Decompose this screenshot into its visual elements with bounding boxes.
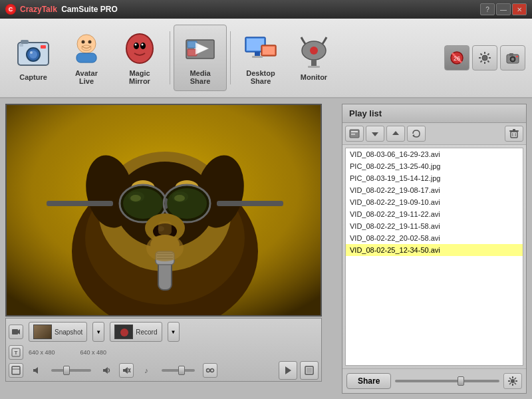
mic-slider[interactable]	[162, 369, 195, 372]
magic-mirror-label: MagicMirror	[129, 69, 150, 85]
svg-point-15	[135, 44, 137, 46]
svg-point-66	[130, 195, 141, 201]
record-size-label: 640 x 480	[80, 349, 107, 356]
svg-rect-20	[188, 49, 197, 56]
playlist-loop-button[interactable]	[407, 126, 426, 142]
minimize-button[interactable]: —	[496, 3, 511, 15]
svg-rect-27	[252, 56, 263, 58]
svg-rect-11	[76, 53, 96, 63]
svg-rect-107	[511, 132, 517, 138]
bottom-controls: Snapshot ▼ Record ▼	[5, 318, 322, 382]
playlist-add-button[interactable]	[345, 126, 364, 142]
playlist-delete-button[interactable]	[505, 126, 523, 142]
volume-up-icon	[99, 363, 114, 378]
playlist-item[interactable]: VID_08-02-22_20-02-58.avi	[346, 232, 523, 244]
help-button[interactable]: ?	[480, 3, 495, 15]
svg-text:♪: ♪	[144, 366, 148, 374]
svg-rect-5	[41, 45, 46, 49]
desktop-share-label: DesktopShare	[246, 69, 275, 85]
svg-rect-81	[12, 329, 18, 334]
svg-rect-47	[509, 53, 513, 56]
playlist-item[interactable]: VID_08-02-22_19-11-58.avi	[346, 220, 523, 232]
record-thumb	[114, 325, 133, 339]
camera-button[interactable]	[500, 45, 525, 70]
svg-rect-30	[311, 60, 317, 66]
playlist-item[interactable]: PIC_08-02-25_13-25-40.jpg	[346, 160, 523, 172]
svg-rect-19	[188, 41, 197, 48]
playlist-item[interactable]: PIC_08-03-19_15-14-12.jpg	[346, 172, 523, 184]
toolbar-item-desktop-share[interactable]: DesktopShare	[234, 25, 287, 91]
playlist-item[interactable]: VID_08-02-22_19-11-22.avi	[346, 208, 523, 220]
monitor-icon	[296, 35, 332, 70]
playlist-item[interactable]: VID_08-02-25_12-34-50.avi	[346, 244, 523, 256]
svg-point-65	[167, 188, 207, 219]
playlist-item[interactable]: VID_08-03-06_16-29-23.avi	[346, 148, 523, 160]
svg-point-67	[174, 195, 185, 201]
record-off-button[interactable]: 26	[444, 45, 469, 70]
desktop-share-icon	[243, 31, 279, 66]
video-toggle-button[interactable]	[9, 325, 23, 339]
snapshot-button[interactable]: Snapshot	[29, 322, 87, 342]
playlist-item[interactable]: VID_08-02-22_19-08-17.avi	[346, 184, 523, 196]
title-bar: C CrazyTalk CamSuite PRO ? — ✕	[0, 0, 532, 19]
volume-slider[interactable]	[51, 369, 91, 372]
monitor-label: Monitor	[301, 73, 327, 81]
svg-point-16	[142, 44, 144, 46]
volume-down-icon	[29, 363, 43, 378]
svg-marker-106	[412, 134, 414, 137]
app-suite: CamSuite PRO	[61, 5, 118, 14]
text-overlay-button[interactable]: T	[9, 345, 23, 360]
video-frame	[5, 104, 322, 317]
svg-text:T: T	[15, 350, 18, 356]
svg-text:26: 26	[454, 55, 460, 62]
mute-button[interactable]	[119, 363, 134, 378]
controls-row2: T 640 x 480 640 x 480	[9, 345, 319, 360]
share-button[interactable]: Share	[346, 373, 391, 389]
media-share-label: MediaShare	[190, 69, 210, 85]
playlist-list[interactable]: VID_08-03-06_16-29-23.aviPIC_08-02-25_13…	[345, 148, 523, 366]
toolbar-divider-1	[170, 31, 170, 84]
svg-point-14	[140, 43, 146, 49]
svg-line-41	[487, 61, 489, 62]
controls-row1: Snapshot ▼ Record ▼	[9, 321, 319, 342]
avatar-live-label: AvatarLive	[75, 69, 98, 85]
effects-button[interactable]	[203, 363, 217, 378]
app-icon: C	[5, 4, 16, 15]
playlist-move-down-button[interactable]	[366, 126, 384, 142]
svg-point-112	[511, 379, 515, 383]
playlist-move-up-button[interactable]	[386, 126, 405, 142]
svg-marker-105	[392, 131, 399, 135]
record-button[interactable]: Record	[110, 322, 162, 342]
svg-point-13	[134, 43, 139, 49]
svg-point-64	[123, 188, 163, 219]
playlist-area: Play list	[342, 104, 527, 394]
titlebar-left: C CrazyTalk CamSuite PRO	[5, 4, 118, 15]
toolbar-item-capture[interactable]: Capture	[7, 25, 60, 91]
share-settings-button[interactable]	[503, 373, 522, 389]
fullscreen-button[interactable]	[300, 361, 319, 380]
record-dropdown[interactable]: ▼	[168, 322, 180, 342]
toolbar-item-monitor[interactable]: Monitor	[287, 25, 340, 91]
close-button[interactable]: ✕	[512, 3, 527, 15]
svg-point-4	[30, 51, 33, 54]
svg-marker-82	[18, 329, 20, 334]
svg-point-35	[482, 55, 487, 61]
share-quality-slider[interactable]	[395, 380, 499, 382]
toolbar-item-media-share[interactable]: MediaShare	[174, 25, 227, 91]
svg-rect-68	[47, 201, 113, 206]
svg-line-43	[481, 61, 482, 62]
svg-point-12	[126, 34, 153, 63]
settings-button[interactable]	[472, 45, 497, 70]
svg-point-46	[511, 58, 514, 61]
playlist-item[interactable]: VID_08-02-22_19-09-10.avi	[346, 196, 523, 208]
svg-point-96	[211, 369, 214, 372]
overlay-button[interactable]	[9, 363, 23, 378]
snapshot-dropdown[interactable]: ▼	[92, 322, 104, 342]
toolbar-item-magic-mirror[interactable]: MagicMirror	[113, 25, 166, 91]
play-button[interactable]	[279, 361, 297, 380]
toolbar-item-avatar-live[interactable]: AvatarLive	[60, 25, 113, 91]
svg-rect-25	[263, 47, 275, 55]
svg-rect-1	[21, 40, 29, 44]
media-share-icon	[182, 31, 218, 66]
video-area: Snapshot ▼ Record ▼	[5, 104, 336, 394]
